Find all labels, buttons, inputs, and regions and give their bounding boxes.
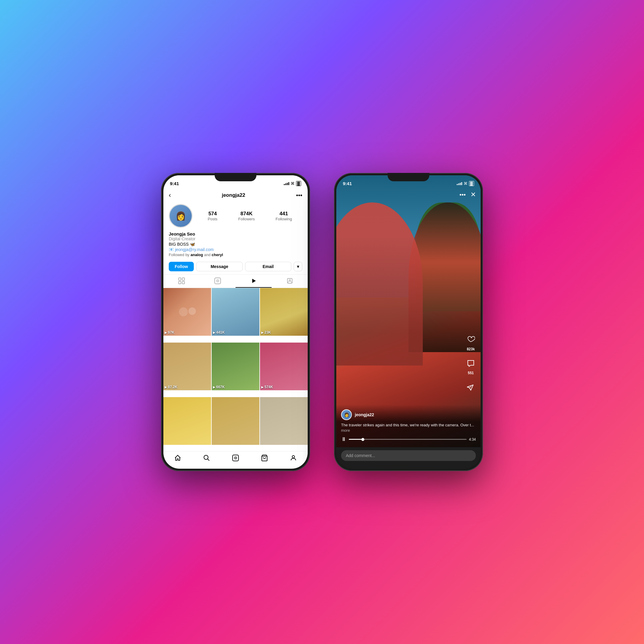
tab-video[interactable] (236, 275, 272, 288)
video-top-controls: ••• ✕ (459, 191, 476, 199)
signal-icon-right (457, 182, 462, 185)
nav-shop[interactable] (250, 454, 279, 462)
more-button[interactable]: ▾ (294, 262, 302, 271)
grid-item-3[interactable]: ▶ 23K (260, 288, 308, 336)
following-label: Following (275, 217, 292, 221)
video-caption: The traveler strikes again and this time… (341, 422, 476, 433)
person-icon (287, 278, 293, 284)
play-icon-small: ▶ (165, 331, 167, 334)
shop-icon (261, 454, 268, 462)
tab-grid[interactable] (163, 275, 199, 288)
video-more-button[interactable]: ••• (459, 191, 466, 198)
search-icon (203, 454, 210, 462)
like-button[interactable]: 823k (465, 333, 477, 351)
grid-item-9[interactable] (260, 397, 308, 445)
progress-bar[interactable] (349, 439, 467, 440)
time-left: 9:41 (170, 181, 179, 186)
battery-icon: ▓ (296, 181, 301, 186)
followers-label: Followers (238, 217, 255, 221)
grid-overlay-5: ▶ 667K (213, 385, 225, 389)
profile-header: ‹ jeongja22 ••• (163, 189, 308, 202)
grid-overlay-1: ▶ 97K (165, 330, 174, 335)
content-tabs (163, 274, 308, 288)
time-right: 9:41 (343, 181, 352, 186)
profile-email[interactable]: 📧 jeongja@ry.mail.com (169, 247, 302, 252)
svg-point-13 (235, 458, 236, 459)
reels-nav-icon (232, 454, 239, 462)
grid-item-1[interactable]: ▶ 97K (163, 288, 211, 336)
play-icon (250, 278, 257, 284)
grid-overlay-3: ▶ 23K (261, 330, 271, 335)
comment-input[interactable]: Add comment... (341, 450, 476, 461)
profile-icon (290, 454, 297, 462)
reels-icon (214, 278, 221, 284)
video-container[interactable]: ••• ✕ 823k (336, 175, 481, 447)
share-button[interactable] (465, 381, 477, 394)
grid-item-4[interactable]: ▶ 87.2K (163, 343, 211, 390)
svg-rect-0 (179, 278, 181, 280)
grid-overlay-2: ▶ 441K (213, 330, 225, 335)
left-phone: 9:41 ⌘ ▓ ‹ jeongja22 ••• 👩 (161, 173, 310, 471)
nav-reels[interactable] (221, 454, 250, 462)
email-button[interactable]: Email (245, 262, 291, 271)
profile-bio: BIG BOSS 🦋 (169, 242, 302, 247)
video-more-text[interactable]: more (341, 428, 350, 433)
battery-icon-right: ▓ (469, 181, 474, 186)
comment-bar: Add comment... (336, 447, 481, 469)
follow-button[interactable]: Follow (169, 262, 194, 271)
wifi-icon-right: ⌘ (464, 181, 467, 186)
action-buttons: Follow Message Email ▾ (163, 260, 308, 274)
video-duration: 4:34 (469, 437, 476, 442)
profile-stats: 👩 574 Posts 874K Followers 441 Following (163, 202, 308, 231)
video-close-button[interactable]: ✕ (470, 191, 476, 199)
like-count: 823k (467, 347, 475, 351)
video-right-actions: 823k 551 (465, 333, 477, 394)
pause-button[interactable]: ⏸ (341, 436, 346, 442)
nav-home[interactable] (163, 454, 192, 462)
following-count: 441 (280, 211, 288, 217)
grid-overlay-6: ▶ 574K (261, 385, 273, 389)
posts-label: Posts (208, 217, 218, 221)
play-icon-small-5: ▶ (213, 386, 215, 389)
svg-point-8 (289, 280, 290, 281)
back-button[interactable]: ‹ (169, 191, 171, 199)
bottom-nav (163, 451, 308, 469)
profile-followed-by: Followed by analog and cheryl (169, 253, 302, 257)
wifi-icon: ⌘ (291, 181, 295, 186)
following-stat[interactable]: 441 Following (275, 211, 292, 221)
followers-stat[interactable]: 874K Followers (238, 211, 255, 221)
grid-item-8[interactable] (212, 397, 259, 445)
view-count-1: 97K (168, 330, 174, 335)
play-icon-small-4: ▶ (165, 386, 167, 389)
grid-icon (178, 278, 185, 284)
video-username[interactable]: jeongja22 (355, 412, 374, 417)
grid-item-2[interactable]: ▶ 441K (212, 288, 259, 336)
stats-row: 574 Posts 874K Followers 441 Following (197, 211, 302, 221)
tab-reels[interactable] (199, 275, 236, 288)
nav-search[interactable] (192, 454, 221, 462)
comment-button[interactable]: 551 (465, 357, 477, 375)
more-options-button[interactable]: ••• (296, 192, 302, 199)
video-bottom-overlay: 👩 jeongja22 The traveler strikes again a… (336, 405, 481, 447)
progress-thumb (361, 438, 364, 441)
grid-item-5[interactable]: ▶ 667K (212, 343, 259, 390)
phone-notch-left (215, 173, 256, 181)
signal-icon (284, 182, 289, 185)
message-button[interactable]: Message (196, 262, 242, 271)
tab-tagged[interactable] (272, 275, 308, 288)
status-icons-left: ⌘ ▓ (284, 181, 301, 186)
grid-item-6[interactable]: ▶ 574K (260, 343, 308, 390)
avatar: 👩 (169, 204, 193, 228)
profile-username-header: jeongja22 (222, 192, 245, 198)
right-phone: 9:41 ⌘ ▓ (334, 173, 483, 471)
video-avatar[interactable]: 👩 (341, 409, 352, 420)
grid-overlay-4: ▶ 87.2K (165, 385, 177, 389)
grid-item-7[interactable] (163, 397, 211, 445)
profile-role: Digital Creator (169, 236, 302, 241)
posts-stat[interactable]: 574 Posts (208, 211, 218, 221)
media-grid: ▶ 97K ▶ 441K ▶ 23K (163, 288, 308, 451)
profile-info: Jeongja Seo Digital Creator BIG BOSS 🦋 📧… (163, 231, 308, 260)
nav-profile[interactable] (279, 454, 308, 462)
posts-count: 574 (208, 211, 217, 217)
svg-point-9 (204, 455, 208, 459)
